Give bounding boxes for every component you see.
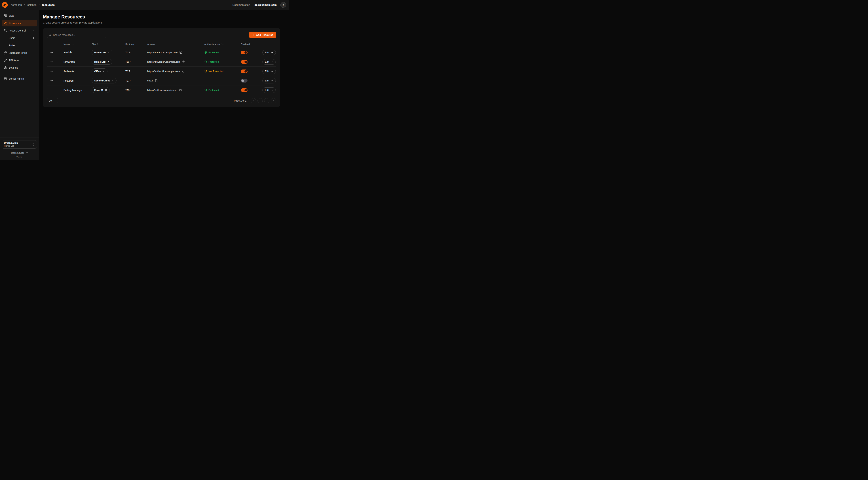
sidebar-item-label: API Keys — [9, 59, 19, 62]
breadcrumb: home-lab settings resources — [11, 3, 55, 6]
sidebar-item-access-control[interactable]: Access Control — [2, 27, 37, 34]
auth-status: Protected — [209, 60, 219, 63]
access-value: https://battery.example.com — [147, 89, 177, 91]
copy-button[interactable] — [155, 79, 157, 82]
auth-status: Protected — [209, 89, 219, 91]
table-row: Postgres Second Office TCP 5432 - Edit — [47, 76, 276, 85]
page-subtitle: Create secure proxies to your private ap… — [43, 21, 280, 24]
chevrons-up-down-icon — [32, 143, 35, 146]
copy-icon — [155, 79, 157, 82]
site-name: Second Office — [94, 79, 110, 82]
resource-name: Battery Manager — [63, 89, 82, 92]
row-actions-button[interactable] — [49, 69, 54, 74]
ellipsis-icon — [50, 70, 53, 73]
page-info: Page 1 of 1 — [234, 99, 246, 102]
sidebar-item-users[interactable]: Users — [2, 35, 37, 41]
page-size-select[interactable]: 20 — [47, 98, 58, 103]
row-actions-button[interactable] — [49, 50, 54, 55]
edit-button[interactable]: Edit — [262, 78, 276, 84]
add-resource-button[interactable]: Add Resource — [249, 32, 276, 38]
open-source-link[interactable]: Open Source — [2, 152, 37, 154]
arrow-right-icon — [271, 51, 273, 54]
arrow-right-icon — [271, 89, 273, 91]
documentation-link[interactable]: Documentation — [232, 3, 250, 6]
search-icon — [49, 34, 52, 36]
next-page-button[interactable] — [264, 98, 270, 103]
column-header-site[interactable]: Site — [92, 43, 125, 46]
sidebar-item-api-keys[interactable]: API Keys — [2, 57, 37, 63]
enabled-toggle[interactable] — [241, 60, 248, 64]
copy-button[interactable] — [180, 51, 182, 54]
enabled-toggle[interactable] — [241, 88, 248, 92]
site-link-button[interactable]: Second Office — [92, 78, 117, 84]
sidebar: SitesResourcesAccess ControlUsersRolesSh… — [0, 10, 39, 160]
external-link-icon — [105, 89, 107, 91]
external-link-icon — [107, 51, 110, 54]
sites-icon — [4, 14, 7, 18]
chevron-left-icon — [259, 99, 261, 102]
external-link-icon — [107, 61, 110, 63]
enabled-toggle[interactable] — [241, 79, 248, 83]
copy-button[interactable] — [182, 60, 185, 63]
search-box — [47, 32, 106, 38]
row-actions-button[interactable] — [49, 60, 54, 64]
organization-text: Organization Home Lab — [4, 142, 18, 147]
table-row: Bitwarden Home Lab TCP https://bitwarden… — [47, 57, 276, 67]
enabled-toggle[interactable] — [241, 51, 248, 54]
copy-button[interactable] — [182, 70, 184, 72]
sidebar-item-shareable-links[interactable]: Shareable Links — [2, 50, 37, 56]
sidebar-item-settings[interactable]: Settings — [2, 64, 37, 71]
copy-button[interactable] — [179, 89, 182, 91]
link-icon — [4, 51, 7, 55]
protocol-value: TCP — [125, 70, 130, 73]
sort-icon[interactable] — [97, 43, 99, 46]
sort-icon[interactable] — [221, 43, 224, 46]
pagination: Page 1 of 1 — [234, 98, 276, 103]
search-input[interactable] — [47, 32, 106, 38]
first-page-button[interactable] — [251, 98, 256, 103]
edit-button[interactable]: Edit — [262, 59, 276, 65]
site-name: Home Lab — [94, 51, 106, 54]
sidebar-item-roles[interactable]: Roles — [2, 42, 37, 49]
row-actions-button[interactable] — [49, 88, 54, 92]
open-source-label: Open Source — [11, 152, 24, 154]
edit-button[interactable]: Edit — [262, 87, 276, 93]
chevron-right-icon — [266, 99, 268, 102]
user-email[interactable]: joe@example.com — [254, 3, 277, 6]
resources-table: NameSiteProtocolAccessAuthenticationEnab… — [47, 41, 276, 95]
arrow-right-icon — [271, 80, 273, 82]
sidebar-item-resources[interactable]: Resources — [2, 20, 37, 26]
last-page-button[interactable] — [271, 98, 276, 103]
row-actions-button[interactable] — [49, 79, 54, 83]
sidebar-item-sites[interactable]: Sites — [2, 12, 37, 19]
table-row: Authentik Office TCP https://authentik.e… — [47, 67, 276, 76]
site-name: Office — [94, 70, 101, 72]
organization-selector[interactable]: Organization Home Lab — [2, 140, 37, 149]
breadcrumb-settings[interactable]: settings — [27, 3, 36, 6]
prev-page-button[interactable] — [257, 98, 263, 103]
column-header-authentication[interactable]: Authentication — [204, 43, 241, 46]
edit-button[interactable]: Edit — [262, 69, 276, 74]
breadcrumb-org[interactable]: home-lab — [11, 3, 22, 6]
edit-label: Edit — [265, 89, 269, 91]
sort-icon[interactable] — [71, 43, 74, 46]
sidebar-item-server-admin[interactable]: Server Admin — [2, 75, 37, 82]
sidebar-item-label: Shareable Links — [9, 51, 27, 54]
chevron-right-icon — [32, 36, 35, 39]
arrow-right-icon — [271, 70, 273, 72]
app-logo[interactable] — [2, 2, 8, 8]
avatar[interactable]: J — [280, 2, 286, 8]
toggle-knob — [244, 70, 247, 72]
edit-button[interactable]: Edit — [262, 50, 276, 55]
site-link-button[interactable]: Home Lab — [92, 50, 112, 55]
edit-label: Edit — [265, 60, 269, 63]
edit-label: Edit — [265, 70, 269, 72]
enabled-toggle[interactable] — [241, 69, 248, 73]
ellipsis-icon — [50, 60, 53, 63]
protocol-value: TCP — [125, 89, 130, 92]
site-link-button[interactable]: Edge 01 — [92, 87, 110, 93]
site-link-button[interactable]: Office — [92, 68, 107, 74]
column-header-name[interactable]: Name — [63, 43, 92, 46]
auth-status: Protected — [209, 51, 219, 54]
site-link-button[interactable]: Home Lab — [92, 59, 112, 65]
